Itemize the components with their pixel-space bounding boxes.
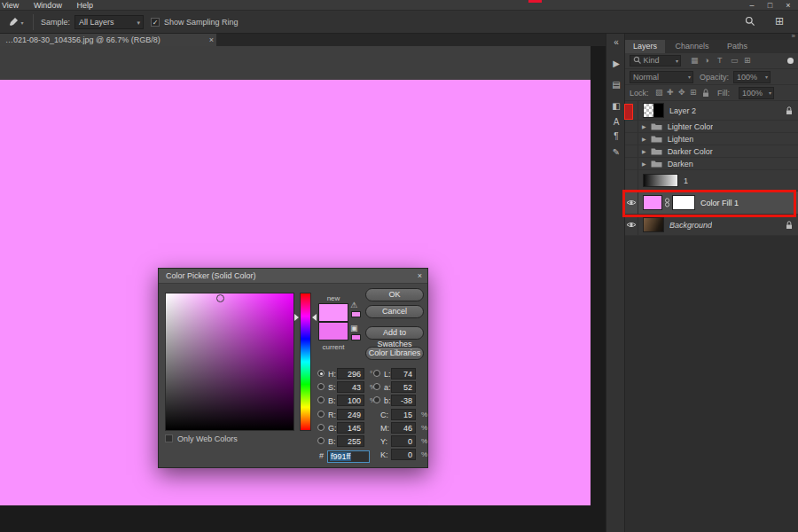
filter-shape-layers-icon[interactable]: ▭ bbox=[731, 56, 739, 65]
s-label: S: bbox=[328, 383, 336, 392]
layer-filtering-toggle[interactable] bbox=[787, 58, 794, 64]
collapse-panel-icon[interactable]: » bbox=[792, 32, 795, 40]
b-rgb-input[interactable]: 255 bbox=[337, 435, 364, 447]
b-brightness-input[interactable]: 100 bbox=[337, 395, 364, 406]
layer-row[interactable]: Layer 2 bbox=[625, 101, 798, 121]
layer-group-row[interactable]: ▶ Lighten bbox=[625, 133, 798, 145]
filter-adjustment-layers-icon[interactable]: ◑ bbox=[704, 56, 708, 65]
k-input[interactable]: 0 bbox=[391, 449, 416, 460]
layer-row[interactable]: Background bbox=[625, 215, 798, 236]
menu-view[interactable]: View bbox=[0, 0, 25, 11]
layer-group-row[interactable]: ▶ Darker Color bbox=[625, 145, 798, 158]
visibility-toggle[interactable] bbox=[625, 170, 638, 191]
radio-l[interactable] bbox=[373, 370, 380, 377]
opacity-dropdown[interactable]: 100% ▾ bbox=[733, 71, 771, 83]
chevron-right-icon[interactable]: ▶ bbox=[642, 160, 646, 167]
show-sampling-ring-checkbox[interactable]: ✓ bbox=[151, 18, 160, 27]
tab-layers[interactable]: Layers bbox=[625, 40, 665, 53]
l-input[interactable]: 74 bbox=[391, 368, 416, 379]
filter-type-layers-icon[interactable]: T bbox=[717, 56, 723, 65]
photo-thumbnail[interactable] bbox=[643, 217, 664, 232]
s-input[interactable]: 43 bbox=[337, 381, 364, 393]
chevron-right-icon[interactable]: ▶ bbox=[642, 123, 646, 129]
r-input[interactable]: 249 bbox=[337, 409, 364, 420]
lock-position-icon[interactable]: ✥ bbox=[678, 88, 685, 97]
visibility-toggle[interactable] bbox=[625, 121, 638, 132]
chevron-right-icon[interactable]: ▶ bbox=[642, 136, 646, 142]
lock-pixels-icon[interactable]: ✚ bbox=[667, 88, 674, 97]
radio-g[interactable] bbox=[317, 424, 325, 431]
blend-mode-dropdown[interactable]: Normal ▾ bbox=[630, 71, 693, 83]
document-tab[interactable]: …021-08-30_104356.jpg @ 66.7% (RGB/8) × bbox=[0, 34, 216, 46]
m-input[interactable]: 46 bbox=[391, 422, 416, 434]
character-panel-icon[interactable]: A bbox=[606, 117, 626, 127]
gamut-color-chip[interactable] bbox=[351, 311, 361, 317]
tab-paths[interactable]: Paths bbox=[719, 40, 755, 53]
lock-all-icon[interactable] bbox=[702, 89, 709, 99]
g-input[interactable]: 145 bbox=[337, 422, 364, 434]
y-input[interactable]: 0 bbox=[391, 435, 416, 447]
hue-slider-marker[interactable] bbox=[294, 314, 299, 321]
filter-pixel-layers-icon[interactable]: ▦ bbox=[691, 56, 699, 65]
gradient-thumbnail[interactable] bbox=[643, 174, 678, 187]
color-field-marker[interactable] bbox=[216, 294, 224, 302]
tab-channels[interactable]: Channels bbox=[668, 40, 717, 53]
workspace-icon[interactable]: ⊞ bbox=[775, 15, 784, 27]
radio-h[interactable] bbox=[317, 370, 325, 377]
chevron-down-icon: ▾ bbox=[765, 72, 768, 82]
tool-preset-dropdown[interactable]: ▾ bbox=[4, 14, 34, 30]
history-panel-icon[interactable]: ▤ bbox=[606, 80, 626, 90]
kind-filter-dropdown[interactable]: Kind ▾ bbox=[630, 55, 681, 66]
c-input[interactable]: 15 bbox=[391, 409, 416, 420]
maximize-button[interactable]: □ bbox=[762, 0, 778, 11]
expand-dock-icon[interactable]: « bbox=[606, 37, 626, 47]
visibility-toggle[interactable] bbox=[625, 215, 638, 235]
ok-button[interactable]: OK bbox=[365, 288, 424, 301]
web-color-icon[interactable]: ▣ bbox=[350, 324, 358, 332]
layer-row[interactable]: 1 bbox=[625, 170, 798, 192]
tab-close-icon[interactable]: × bbox=[209, 34, 214, 46]
layer-group-row[interactable]: ▶ Lighter Color bbox=[625, 121, 798, 133]
b-lab-input[interactable]: -38 bbox=[391, 395, 416, 406]
actions-panel-icon[interactable]: ▶ bbox=[606, 59, 626, 68]
fill-dropdown[interactable]: 100% ▾ bbox=[739, 87, 774, 99]
search-icon[interactable] bbox=[745, 16, 755, 28]
layer-thumbnail[interactable] bbox=[643, 103, 664, 118]
radio-a[interactable] bbox=[373, 383, 380, 390]
adjustments-panel-icon[interactable]: ◧ bbox=[606, 101, 626, 111]
add-to-swatches-button[interactable]: Add to Swatches bbox=[365, 326, 424, 340]
close-button[interactable]: × bbox=[780, 0, 796, 11]
lock-artboard-icon[interactable]: ⊞ bbox=[690, 88, 697, 97]
sample-dropdown[interactable]: All Layers ▾ bbox=[74, 15, 144, 29]
hex-input[interactable]: f991ff bbox=[327, 450, 370, 463]
radio-r[interactable] bbox=[317, 411, 325, 418]
visibility-toggle[interactable] bbox=[625, 158, 638, 169]
filter-smart-objects-icon[interactable]: ⊞ bbox=[744, 56, 751, 65]
sample-dropdown-value: All Layers bbox=[79, 18, 114, 27]
brush-settings-panel-icon[interactable]: ✎ bbox=[606, 147, 626, 157]
options-bar: ▾ Sample: All Layers ▾ ✓ Show Sampling R… bbox=[0, 11, 798, 34]
radio-s[interactable] bbox=[317, 383, 325, 390]
web-color-chip[interactable] bbox=[351, 334, 361, 340]
gamut-warning-icon[interactable]: ⚠ bbox=[350, 301, 357, 309]
dialog-title-bar[interactable]: Color Picker (Solid Color) × bbox=[159, 269, 427, 284]
minimize-button[interactable]: – bbox=[744, 0, 760, 11]
visibility-toggle[interactable] bbox=[625, 145, 638, 157]
radio-b-lab[interactable] bbox=[373, 396, 380, 403]
only-web-colors-checkbox[interactable] bbox=[165, 434, 173, 442]
cancel-button[interactable]: Cancel bbox=[365, 305, 424, 318]
paragraph-panel-icon[interactable]: ¶ bbox=[606, 131, 626, 141]
radio-b-brightness[interactable] bbox=[317, 396, 325, 403]
color-libraries-button[interactable]: Color Libraries bbox=[365, 347, 424, 360]
layer-group-row[interactable]: ▶ Darken bbox=[625, 158, 798, 170]
menu-help[interactable]: Help bbox=[70, 0, 99, 11]
radio-b-rgb[interactable] bbox=[317, 437, 325, 444]
visibility-toggle[interactable] bbox=[625, 133, 638, 145]
a-input[interactable]: 52 bbox=[391, 381, 416, 393]
h-input[interactable]: 296 bbox=[337, 368, 364, 379]
chevron-right-icon[interactable]: ▶ bbox=[642, 148, 646, 154]
dialog-close-icon[interactable]: × bbox=[418, 269, 422, 284]
hue-slider-marker[interactable] bbox=[312, 314, 317, 321]
lock-transparency-icon[interactable]: ▨ bbox=[655, 88, 663, 97]
menu-window[interactable]: Window bbox=[27, 0, 68, 11]
